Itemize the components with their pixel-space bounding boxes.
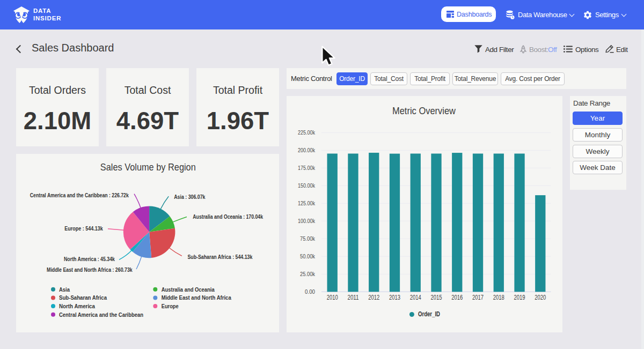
svg-text:2015: 2015 bbox=[431, 294, 442, 301]
svg-text:2013: 2013 bbox=[389, 294, 400, 301]
svg-text:0.00: 0.00 bbox=[305, 289, 315, 295]
svg-text:75.00k: 75.00k bbox=[300, 236, 316, 242]
svg-text:175.00k: 175.00k bbox=[298, 165, 316, 171]
svg-text:Middle East and North Africa: Middle East and North Africa bbox=[162, 294, 232, 301]
svg-text:2019: 2019 bbox=[514, 294, 525, 301]
svg-text:2014: 2014 bbox=[410, 294, 421, 301]
svg-text:2012: 2012 bbox=[368, 294, 379, 301]
svg-text:Central America and the Caribb: Central America and the Caribbean : 226.… bbox=[30, 192, 129, 198]
svg-text:50.00k: 50.00k bbox=[300, 254, 316, 259]
svg-text:2011: 2011 bbox=[347, 294, 358, 301]
svg-text:Europe: Europe bbox=[162, 303, 179, 309]
svg-text:150.00k: 150.00k bbox=[298, 183, 316, 189]
svg-text:Order_ID: Order_ID bbox=[418, 310, 440, 318]
svg-text:2020: 2020 bbox=[535, 294, 546, 301]
svg-text:2010: 2010 bbox=[327, 294, 338, 301]
svg-text:25.00k: 25.00k bbox=[300, 271, 316, 277]
svg-text:225.00k: 225.00k bbox=[298, 130, 316, 136]
svg-text:2018: 2018 bbox=[493, 294, 504, 301]
svg-text:200.00k: 200.00k bbox=[298, 147, 316, 153]
svg-text:Asia: Asia bbox=[59, 286, 70, 293]
svg-text:Metric Overview: Metric Overview bbox=[392, 105, 456, 116]
svg-text:Central America and the Caribb: Central America and the Caribbean bbox=[59, 311, 143, 318]
svg-text:Middle East and North Africa :: Middle East and North Africa : 260.73k bbox=[47, 266, 133, 273]
svg-text:Europe : 544.13k: Europe : 544.13k bbox=[64, 225, 103, 232]
svg-text:Australia and Oceania : 170.04: Australia and Oceania : 170.04k bbox=[193, 213, 263, 220]
svg-text:Australia and Oceania: Australia and Oceania bbox=[162, 286, 215, 293]
svg-text:2016: 2016 bbox=[451, 294, 463, 301]
svg-text:100.00k: 100.00k bbox=[298, 218, 316, 224]
svg-text:Asia : 306.07k: Asia : 306.07k bbox=[174, 194, 206, 200]
svg-text:Sub-Saharan Africa : 544.13k: Sub-Saharan Africa : 544.13k bbox=[187, 254, 252, 260]
svg-text:2017: 2017 bbox=[472, 294, 484, 301]
svg-text:North America : 45.34k: North America : 45.34k bbox=[64, 256, 115, 262]
svg-text:Sales Volume by Region: Sales Volume by Region bbox=[100, 161, 196, 173]
svg-text:North America: North America bbox=[59, 303, 96, 309]
svg-text:Sub-Saharan Africa: Sub-Saharan Africa bbox=[59, 294, 107, 301]
svg-text:125.00k: 125.00k bbox=[298, 201, 316, 206]
